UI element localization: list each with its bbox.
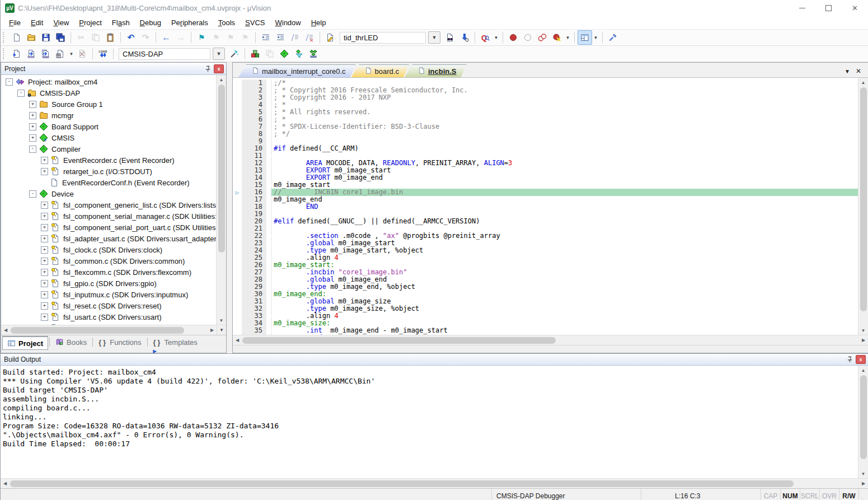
tree-item[interactable]: +?CMSIS (1, 132, 216, 143)
save-all-button[interactable] (53, 30, 68, 45)
pin-icon[interactable] (845, 356, 854, 363)
build-output-hscrollbar[interactable]: ◀ ▶ (1, 478, 868, 488)
maximize-button[interactable] (815, 0, 842, 16)
minimize-button[interactable] (789, 0, 815, 16)
line-number[interactable]: 29 (242, 283, 266, 291)
tree-item[interactable]: EventRecorderConf.h (Event Recorder) (1, 177, 216, 188)
tree-expand-toggle[interactable]: + (41, 202, 48, 209)
code-text[interactable]: ; * SPDX-License-Identifier: BSD-3-Claus… (271, 123, 858, 130)
window-layout-button[interactable] (578, 30, 592, 45)
breakpoint-margin[interactable] (233, 101, 242, 109)
find-in-files-button[interactable] (443, 30, 457, 45)
menu-project[interactable]: Project (74, 17, 106, 28)
menu-file[interactable]: File (4, 17, 26, 28)
toggle-bookmark-button[interactable]: ⚑ (194, 30, 209, 45)
tree-item[interactable]: -Compiler (1, 143, 216, 155)
code-editor[interactable]: 1;/*2; * Copyright 2016 Freescale Semico… (233, 78, 858, 335)
configure-button[interactable] (606, 30, 620, 45)
unindent-button[interactable] (273, 30, 288, 45)
window-layout-drop[interactable]: ▼ (592, 31, 599, 44)
code-line[interactable]: 17m0_image_end (233, 196, 858, 203)
cut-button[interactable]: ✂ (74, 30, 88, 45)
breakpoint-margin[interactable] (233, 80, 242, 87)
editor-tab-board.c[interactable]: board.c (351, 64, 409, 77)
line-number[interactable]: 25 (242, 254, 266, 261)
breakpoint-margin[interactable] (233, 254, 242, 261)
tree-expand-toggle[interactable]: + (41, 246, 48, 254)
build-output-vscrollbar[interactable]: ▲ ▼ (858, 366, 868, 478)
panel-tab-functions[interactable]: { }Functions (94, 336, 146, 348)
tree-item[interactable]: +fsl_component_serial_port_uart.c (SDK U… (1, 222, 216, 233)
quick-find-drop[interactable]: ▼ (492, 31, 500, 44)
scroll-up-icon[interactable]: ▲ (217, 75, 226, 84)
current-line-marker-icon[interactable]: ▷ (233, 189, 242, 196)
tree-item[interactable]: +Source Group 1 (1, 99, 216, 110)
tree-expand-toggle[interactable]: + (41, 168, 48, 175)
line-number[interactable]: 31 (242, 298, 266, 305)
tree-expand-toggle[interactable]: + (41, 314, 48, 321)
breakpoint-margin[interactable] (233, 291, 242, 298)
breakpoint-drop[interactable]: ▼ (564, 31, 571, 44)
code-text[interactable]: m0_image_end (271, 196, 858, 203)
tree-item[interactable]: -CMSIS-DAP (1, 87, 216, 99)
menu-tools[interactable]: Tools (213, 17, 240, 28)
scroll-right-icon[interactable]: ▶ (859, 479, 868, 488)
breakpoint-margin[interactable] (233, 232, 242, 240)
line-number[interactable]: 2 (242, 87, 266, 94)
breakpoint-margin[interactable] (233, 312, 242, 320)
code-text[interactable]: .type m0_image_start, %object (271, 247, 858, 254)
tree-expand-toggle[interactable]: + (41, 235, 48, 242)
pin-icon[interactable] (203, 65, 212, 73)
code-line[interactable]: 10#if defined(__CC_ARM) (233, 145, 858, 152)
tree-item[interactable]: +fsl_reset.c (SDK Drivers:reset) (1, 300, 216, 311)
breakpoint-margin[interactable] (233, 116, 242, 123)
tree-item[interactable]: +mcmgr (1, 110, 216, 121)
code-text[interactable]: .type m0_image_size, %object (271, 305, 858, 312)
scroll-up-icon[interactable]: ▲ (859, 78, 868, 87)
scroll-left-icon[interactable]: ◀ (1, 479, 10, 488)
insert-breakpoint-button[interactable] (506, 30, 520, 45)
tree-item[interactable]: +fsl_flexcomm.c (SDK Drivers:flexcomm) (1, 267, 216, 278)
indent-button[interactable] (259, 30, 273, 45)
quick-find-button[interactable]: Q (478, 30, 492, 45)
tree-item[interactable]: +Board Support (1, 121, 216, 132)
code-line[interactable]: 18 END (233, 203, 858, 211)
breakpoint-margin[interactable] (233, 167, 242, 174)
breakpoint-margin[interactable] (233, 327, 242, 334)
incremental-find-button[interactable] (457, 30, 472, 45)
code-line[interactable]: 8; */ (233, 130, 858, 138)
tree-expand-toggle[interactable]: + (29, 112, 36, 119)
project-tree-vscrollbar[interactable]: ▲ ▼ (216, 75, 226, 325)
panel-tab-templates[interactable]: { }▸Templates (149, 336, 202, 348)
paste-button[interactable] (103, 30, 118, 45)
menu-debug[interactable]: Debug (135, 17, 166, 28)
line-number[interactable]: 14 (242, 174, 266, 181)
editor-vscrollbar[interactable]: ▲ ▼ (858, 78, 868, 335)
line-number[interactable]: 17 (242, 196, 266, 203)
tree-expand-toggle[interactable]: + (41, 291, 48, 298)
panel-tab-project[interactable]: Project (2, 336, 48, 350)
line-number[interactable]: 23 (242, 240, 266, 247)
code-text[interactable]: #elif defined(__GNUC__) || defined(__ARM… (271, 218, 858, 225)
line-number[interactable]: 32 (242, 305, 266, 312)
breakpoint-margin[interactable] (233, 174, 242, 181)
line-number[interactable]: 18 (242, 203, 266, 211)
tree-expand-toggle[interactable]: - (29, 146, 36, 153)
breakpoint-margin[interactable] (233, 138, 242, 145)
tree-expand-toggle[interactable]: + (29, 134, 36, 142)
manage-rte-button[interactable] (248, 46, 262, 61)
enable-breakpoint-button[interactable] (520, 30, 535, 45)
breakpoint-margin[interactable] (233, 276, 242, 283)
breakpoint-margin[interactable] (233, 218, 242, 225)
breakpoint-margin[interactable] (233, 130, 242, 138)
prev-bookmark-button[interactable]: ⚑ (209, 30, 223, 45)
pack-installer-button[interactable] (306, 46, 321, 61)
resize-grip[interactable]: ⋱ (859, 489, 868, 500)
line-number[interactable]: 4 (242, 101, 266, 109)
find-combo-drop[interactable]: ▼ (428, 31, 440, 44)
editor-tab-mailbox_interrupt_core0.c[interactable]: mailbox_interrupt_core0.c (238, 64, 356, 77)
tree-expand-toggle[interactable]: + (41, 269, 48, 276)
manage-multiproject-button[interactable] (262, 46, 277, 61)
tree-expand-toggle[interactable]: + (41, 213, 48, 220)
copy-button[interactable] (88, 30, 103, 45)
